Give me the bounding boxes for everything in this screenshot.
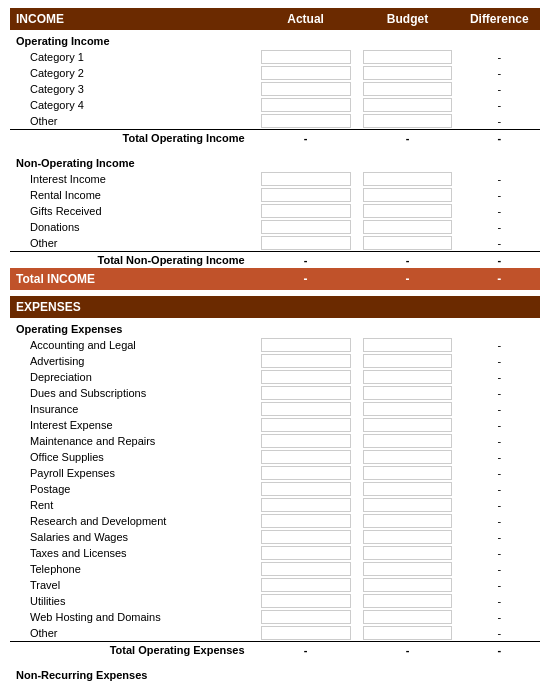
table-row: Research and Development - bbox=[10, 513, 540, 529]
taxes-actual[interactable] bbox=[261, 546, 351, 560]
other-op-income-budget[interactable] bbox=[363, 114, 453, 128]
maintenance-actual[interactable] bbox=[261, 434, 351, 448]
salaries-actual[interactable] bbox=[261, 530, 351, 544]
telephone-budget[interactable] bbox=[363, 562, 453, 576]
gifts-received-budget[interactable] bbox=[363, 204, 453, 218]
operating-expenses-label-row: Operating Expenses bbox=[10, 318, 540, 337]
advertising-label: Advertising bbox=[10, 353, 255, 369]
table-row: Telephone - bbox=[10, 561, 540, 577]
travel-actual[interactable] bbox=[261, 578, 351, 592]
table-row: Interest Income - bbox=[10, 171, 540, 187]
table-row: Category 1 - bbox=[10, 49, 540, 65]
travel-budget[interactable] bbox=[363, 578, 453, 592]
category3-budget[interactable] bbox=[363, 82, 453, 96]
postage-actual[interactable] bbox=[261, 482, 351, 496]
rental-income-budget[interactable] bbox=[363, 188, 453, 202]
web-hosting-budget[interactable] bbox=[363, 610, 453, 624]
maintenance-budget[interactable] bbox=[363, 434, 453, 448]
gifts-received-actual[interactable] bbox=[261, 204, 351, 218]
taxes-budget[interactable] bbox=[363, 546, 453, 560]
payroll-budget[interactable] bbox=[363, 466, 453, 480]
table-row: Web Hosting and Domains - bbox=[10, 609, 540, 625]
depreciation-diff: - bbox=[458, 369, 540, 385]
telephone-actual[interactable] bbox=[261, 562, 351, 576]
interest-income-actual[interactable] bbox=[261, 172, 351, 186]
depreciation-actual[interactable] bbox=[261, 370, 351, 384]
category3-actual[interactable] bbox=[261, 82, 351, 96]
maintenance-diff: - bbox=[458, 433, 540, 449]
donations-label: Donations bbox=[10, 219, 255, 235]
table-row: Postage - bbox=[10, 481, 540, 497]
table-row: Donations - bbox=[10, 219, 540, 235]
utilities-actual[interactable] bbox=[261, 594, 351, 608]
interest-income-budget[interactable] bbox=[363, 172, 453, 186]
accounting-actual[interactable] bbox=[261, 338, 351, 352]
expenses-diff-col bbox=[458, 296, 540, 318]
advertising-diff: - bbox=[458, 353, 540, 369]
insurance-actual[interactable] bbox=[261, 402, 351, 416]
insurance-budget[interactable] bbox=[363, 402, 453, 416]
other-op-income-actual[interactable] bbox=[261, 114, 351, 128]
insurance-label: Insurance bbox=[10, 401, 255, 417]
other-op-exp-actual[interactable] bbox=[261, 626, 351, 640]
payroll-label: Payroll Expenses bbox=[10, 465, 255, 481]
depreciation-budget[interactable] bbox=[363, 370, 453, 384]
payroll-actual[interactable] bbox=[261, 466, 351, 480]
total-income-row: Total INCOME - - - bbox=[10, 268, 540, 290]
other-non-op-income-budget[interactable] bbox=[363, 236, 453, 250]
total-income-budget: - bbox=[357, 268, 459, 290]
category1-actual[interactable] bbox=[261, 50, 351, 64]
actual-header: Actual bbox=[255, 8, 357, 30]
utilities-diff: - bbox=[458, 593, 540, 609]
table-row: Other - bbox=[10, 625, 540, 642]
income-label: INCOME bbox=[10, 8, 255, 30]
rent-budget[interactable] bbox=[363, 498, 453, 512]
dues-actual[interactable] bbox=[261, 386, 351, 400]
interest-expense-label: Interest Expense bbox=[10, 417, 255, 433]
interest-expense-budget[interactable] bbox=[363, 418, 453, 432]
web-hosting-actual[interactable] bbox=[261, 610, 351, 624]
office-supplies-budget[interactable] bbox=[363, 450, 453, 464]
office-supplies-actual[interactable] bbox=[261, 450, 351, 464]
operating-income-label: Operating Income bbox=[10, 30, 540, 49]
rent-actual[interactable] bbox=[261, 498, 351, 512]
table-row: Advertising - bbox=[10, 353, 540, 369]
dues-budget[interactable] bbox=[363, 386, 453, 400]
operating-income-label-row: Operating Income bbox=[10, 30, 540, 49]
gifts-received-diff: - bbox=[458, 203, 540, 219]
other-op-income-label: Other bbox=[10, 113, 255, 130]
postage-budget[interactable] bbox=[363, 482, 453, 496]
category2-diff: - bbox=[458, 65, 540, 81]
advertising-actual[interactable] bbox=[261, 354, 351, 368]
table-row: Rental Income - bbox=[10, 187, 540, 203]
category2-actual[interactable] bbox=[261, 66, 351, 80]
other-op-income-diff: - bbox=[458, 113, 540, 130]
category4-actual[interactable] bbox=[261, 98, 351, 112]
other-op-exp-budget[interactable] bbox=[363, 626, 453, 640]
other-non-op-income-actual[interactable] bbox=[261, 236, 351, 250]
rental-income-actual[interactable] bbox=[261, 188, 351, 202]
expenses-budget-col bbox=[357, 296, 459, 318]
donations-budget[interactable] bbox=[363, 220, 453, 234]
table-row: Office Supplies - bbox=[10, 449, 540, 465]
utilities-label: Utilities bbox=[10, 593, 255, 609]
accounting-budget[interactable] bbox=[363, 338, 453, 352]
category1-budget[interactable] bbox=[363, 50, 453, 64]
interest-expense-actual[interactable] bbox=[261, 418, 351, 432]
expenses-label: EXPENSES bbox=[10, 296, 255, 318]
total-operating-income-diff: - bbox=[458, 130, 540, 147]
total-operating-expenses-budget: - bbox=[357, 642, 459, 659]
donations-actual[interactable] bbox=[261, 220, 351, 234]
research-budget[interactable] bbox=[363, 514, 453, 528]
utilities-budget[interactable] bbox=[363, 594, 453, 608]
total-operating-expenses-diff: - bbox=[458, 642, 540, 659]
taxes-label: Taxes and Licenses bbox=[10, 545, 255, 561]
salaries-budget[interactable] bbox=[363, 530, 453, 544]
postage-label: Postage bbox=[10, 481, 255, 497]
research-actual[interactable] bbox=[261, 514, 351, 528]
category4-budget[interactable] bbox=[363, 98, 453, 112]
advertising-budget[interactable] bbox=[363, 354, 453, 368]
category2-budget[interactable] bbox=[363, 66, 453, 80]
maintenance-label: Maintenance and Repairs bbox=[10, 433, 255, 449]
operating-expenses-label: Operating Expenses bbox=[10, 318, 540, 337]
